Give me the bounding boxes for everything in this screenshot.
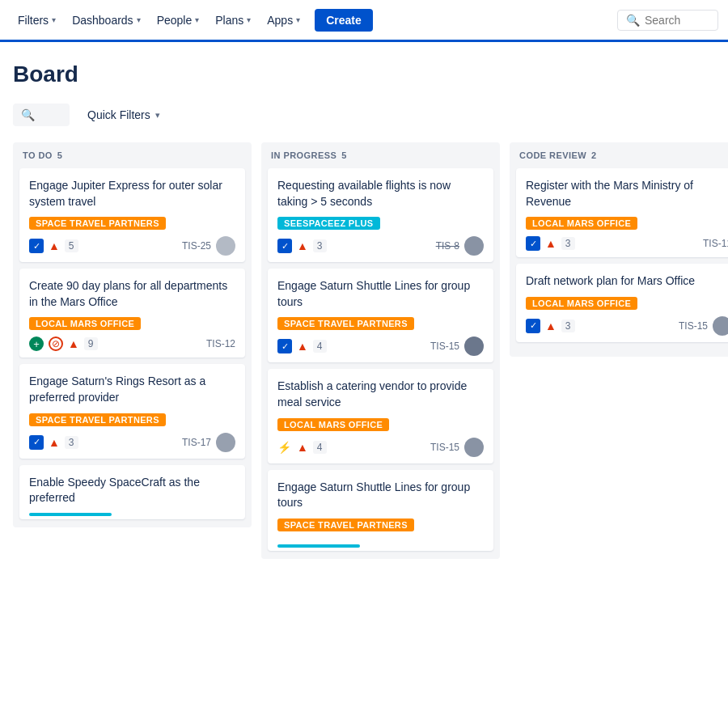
navbar: Filters ▾ Dashboards ▾ People ▾ Plans ▾ … <box>0 0 728 42</box>
card-badge: LOCAL MARS OFFICE <box>277 418 389 431</box>
ticket-id: TIS-15 <box>430 341 459 352</box>
card-count: 3 <box>313 239 327 252</box>
card-count: 4 <box>313 340 327 353</box>
column-count: 5 <box>341 150 347 160</box>
arrow-up-icon: ▲ <box>297 340 308 353</box>
card-footer-right: TIS-17 <box>182 433 235 452</box>
card-badge: SPACE TRAVEL PARTNERS <box>277 317 414 330</box>
card-footer: +⊘▲9 TIS-12 <box>29 336 235 351</box>
avatar <box>464 236 484 256</box>
search-icon: 🔍 <box>626 14 640 27</box>
column-todo: TO DO 5Engage Jupiter Express for outer … <box>13 142 252 527</box>
page: Board 🔍 Quick Filters ▾ TO DO 5Engage Ju… <box>0 42 728 572</box>
card-badge: SPACE TRAVEL PARTNERS <box>29 413 166 426</box>
nav-plans-chevron-icon: ▾ <box>247 15 251 24</box>
card-title: Engage Saturn's Rings Resort as a prefer… <box>29 374 235 405</box>
card-count: 9 <box>84 337 98 350</box>
arrow-up-icon: ▲ <box>297 441 308 454</box>
card-partial[interactable]: Enable Speedy SpaceCraft as the preferre… <box>19 465 245 519</box>
card-title: Engage Saturn Shuttle Lines for group to… <box>277 480 484 511</box>
no-icon: ⊘ <box>49 336 63 351</box>
page-title: Board <box>13 61 715 87</box>
column-header-todo: TO DO 5 <box>19 150 245 160</box>
column-inprogress: IN PROGRESS 5Requesting available flight… <box>261 142 500 559</box>
avatar <box>216 433 235 452</box>
card-title: Requesting available flights is now taki… <box>277 178 484 210</box>
board-search[interactable]: 🔍 <box>13 104 70 126</box>
avatar <box>464 438 484 457</box>
check-icon: ✓ <box>526 236 540 251</box>
card-badge: LOCAL MARS OFFICE <box>526 217 637 230</box>
ticket-id: TIS-12 <box>206 338 235 349</box>
card-title: Engage Saturn Shuttle Lines for group to… <box>277 278 484 310</box>
arrow-up-icon: ▲ <box>49 239 60 252</box>
card[interactable]: Draft network plan for Mars OfficeLOCAL … <box>516 264 728 342</box>
arrow-up-icon: ▲ <box>68 337 79 350</box>
nav-dashboards-chevron-icon: ▾ <box>137 15 141 24</box>
card[interactable]: Engage Jupiter Express for outer solar s… <box>19 168 245 262</box>
card-title: Register with the Mars Ministry of Reven… <box>526 178 728 210</box>
column-title: IN PROGRESS <box>271 150 336 160</box>
nav-dashboards[interactable]: Dashboards ▾ <box>64 0 149 42</box>
card[interactable]: Engage Saturn Shuttle Lines for group to… <box>268 269 493 362</box>
ticket-id: TIS-15 <box>430 442 459 453</box>
arrow-up-icon: ▲ <box>297 239 308 252</box>
column-count: 5 <box>57 150 63 160</box>
nav-dashboards-label: Dashboards <box>72 14 133 27</box>
nav-apps[interactable]: Apps ▾ <box>259 0 308 42</box>
card-footer-right: TIS-12 <box>206 338 235 349</box>
ticket-id: TIS-11 <box>703 238 728 249</box>
card-badge: SPACE TRAVEL PARTNERS <box>277 518 414 531</box>
card-title: Engage Jupiter Express for outer solar s… <box>29 178 235 210</box>
card-count: 4 <box>313 441 327 454</box>
ticket-id: TIS-25 <box>182 240 211 252</box>
check-icon: ✓ <box>277 239 292 253</box>
card-badge: LOCAL MARS OFFICE <box>29 317 141 330</box>
plus-icon: + <box>29 336 44 351</box>
column-header-codereview: CODE REVIEW 2 <box>516 150 728 160</box>
card-badge: SEESPACEEZ PLUS <box>277 217 380 230</box>
arrow-up-icon: ▲ <box>545 237 557 250</box>
check-icon: ✓ <box>29 435 44 450</box>
column-title: TO DO <box>23 150 53 160</box>
card[interactable]: Requesting available flights is now taki… <box>268 168 493 262</box>
partial-bar <box>29 513 112 516</box>
card[interactable]: Register with the Mars Ministry of Reven… <box>516 168 728 257</box>
card-count: 3 <box>561 237 575 250</box>
quick-filters-button[interactable]: Quick Filters ▾ <box>79 104 168 126</box>
card-footer-right: TIS-11 <box>703 238 728 249</box>
card-footer: ✓▲4 TIS-15 <box>277 336 484 356</box>
nav-filters-chevron-icon: ▾ <box>52 15 56 24</box>
card-footer-right: TIS-25 <box>182 236 235 256</box>
card-count: 5 <box>65 239 78 252</box>
card-title: Create 90 day plans for all departments … <box>29 278 235 310</box>
nav-people-chevron-icon: ▾ <box>195 15 199 24</box>
quick-filters-label: Quick Filters <box>87 108 150 121</box>
card-footer: ✓▲3 TIS-17 <box>29 433 235 452</box>
nav-filters[interactable]: Filters ▾ <box>10 0 64 42</box>
search-box[interactable]: 🔍 <box>617 10 718 31</box>
card-footer-right: TIS-8 <box>436 236 484 256</box>
card-title: Enable Speedy SpaceCraft as the preferre… <box>29 475 235 506</box>
card-footer: ✓▲5 TIS-25 <box>29 236 235 256</box>
create-button[interactable]: Create <box>315 9 373 32</box>
nav-apps-label: Apps <box>267 14 293 27</box>
partial-bar <box>277 544 360 548</box>
ticket-id: TIS-17 <box>182 437 211 448</box>
nav-plans[interactable]: Plans ▾ <box>207 0 259 42</box>
lightning-icon: ⚡ <box>277 440 292 455</box>
arrow-up-icon: ▲ <box>49 436 60 449</box>
card-partial[interactable]: Engage Saturn Shuttle Lines for group to… <box>268 470 493 551</box>
check-icon: ✓ <box>29 239 44 253</box>
card-badge: SPACE TRAVEL PARTNERS <box>29 217 166 230</box>
column-codereview: CODE REVIEW 2Register with the Mars Mini… <box>510 142 728 357</box>
board: TO DO 5Engage Jupiter Express for outer … <box>13 142 715 572</box>
card[interactable]: Establish a catering vendor to provide m… <box>268 369 493 463</box>
avatar <box>464 336 484 356</box>
toolbar: 🔍 Quick Filters ▾ <box>13 104 715 126</box>
nav-people[interactable]: People ▾ <box>149 0 208 42</box>
card[interactable]: Create 90 day plans for all departments … <box>19 269 245 358</box>
search-input[interactable] <box>645 14 709 27</box>
arrow-up-icon: ▲ <box>545 320 557 332</box>
card[interactable]: Engage Saturn's Rings Resort as a prefer… <box>19 364 245 458</box>
